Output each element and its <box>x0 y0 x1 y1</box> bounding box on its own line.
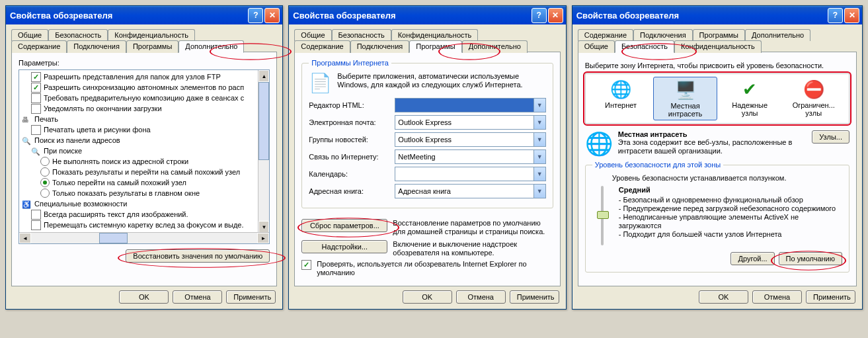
ok-button[interactable]: OK <box>699 290 748 304</box>
checkbox-icon[interactable] <box>31 93 41 103</box>
document-icon: 📄 <box>309 72 332 94</box>
chevron-down-icon[interactable]: ▼ <box>533 133 545 146</box>
tab-security[interactable]: Безопасность <box>615 40 674 53</box>
tab-programs[interactable]: Программы <box>693 29 745 41</box>
restore-defaults-button[interactable]: Восстановить значения по умолчанию <box>126 249 270 263</box>
tab-privacy[interactable]: Конфиденциальность <box>108 29 195 41</box>
zone-detail-desc: Эта зона содержит все веб-узлы, располож… <box>618 138 805 155</box>
chevron-down-icon[interactable]: ▼ <box>533 99 545 112</box>
tab-general[interactable]: Общие <box>578 40 615 53</box>
vertical-scrollbar[interactable]: ▲ ▼ <box>258 70 269 233</box>
contacts-combo[interactable]: Адресная книга▼ <box>395 184 545 198</box>
email-label: Электронная почта: <box>309 118 395 126</box>
search-icon: 🔍 <box>31 146 42 155</box>
addons-button[interactable]: Надстройки... <box>301 240 387 253</box>
tab-advanced[interactable]: Дополнительно <box>462 40 528 53</box>
default-level-button[interactable]: По умолчанию <box>779 252 842 265</box>
checkbox-icon[interactable] <box>31 210 41 220</box>
close-button[interactable]: ✕ <box>548 8 563 23</box>
close-button[interactable]: ✕ <box>264 8 280 23</box>
level-bullet: - Безопасный и одновременно функциональн… <box>619 196 842 204</box>
tab-general[interactable]: Общие <box>294 29 331 41</box>
tab-content[interactable]: Содержание <box>294 40 350 53</box>
titlebar[interactable]: Свойства обозревателя ? ✕ <box>6 6 282 24</box>
tab-advanced[interactable]: Дополнительно <box>745 29 810 41</box>
zone-intranet[interactable]: 🖥️ Местнаяинтрасеть <box>653 77 717 120</box>
tree-item-label: Разрешить синхронизацию автономных элеме… <box>44 82 244 93</box>
security-slider[interactable] <box>592 186 612 245</box>
radio-icon[interactable] <box>40 178 50 187</box>
reset-settings-button[interactable]: Сброс параметров... <box>301 219 387 232</box>
tab-connections[interactable]: Подключения <box>633 29 693 41</box>
help-button[interactable]: ? <box>828 8 843 23</box>
checkbox-icon[interactable] <box>31 220 41 230</box>
tab-general[interactable]: Общие <box>11 29 48 41</box>
radio-icon[interactable] <box>40 157 50 166</box>
apply-button[interactable]: Применить <box>806 290 855 304</box>
tab-connections[interactable]: Подключения <box>350 40 410 53</box>
zone-internet[interactable]: 🌐 Интернет <box>590 77 652 120</box>
chevron-down-icon[interactable]: ▼ <box>533 167 545 181</box>
tree-item-label: Всегда расширять текст для изображений. <box>44 209 188 220</box>
apply-button[interactable]: Применить <box>510 290 559 304</box>
cancel-button[interactable]: Отмена <box>173 290 222 304</box>
close-button[interactable]: ✕ <box>844 8 859 23</box>
tab-content[interactable]: Содержание <box>578 29 633 41</box>
help-button[interactable]: ? <box>248 8 263 23</box>
tab-privacy[interactable]: Конфиденциальность <box>674 40 762 53</box>
scroll-right-icon[interactable]: ► <box>257 233 269 243</box>
scroll-thumb[interactable] <box>99 233 128 243</box>
tab-security[interactable]: Безопасность <box>48 29 108 41</box>
internet-call-combo[interactable]: NetMeeting▼ <box>395 149 545 164</box>
help-button[interactable]: ? <box>532 8 547 23</box>
zone-trusted[interactable]: ✔ Надежныеузлы <box>719 77 781 120</box>
scroll-down-icon[interactable]: ▼ <box>258 221 269 233</box>
custom-level-button[interactable]: Другой... <box>730 252 774 265</box>
apply-button[interactable]: Применить <box>226 290 276 304</box>
tab-privacy[interactable]: Конфиденциальность <box>391 29 479 41</box>
sites-button[interactable]: Узлы... <box>812 130 849 144</box>
titlebar[interactable]: Свойства обозревателя ? ✕ <box>289 6 565 24</box>
tab-connections[interactable]: Подключения <box>67 40 126 53</box>
scroll-left-icon[interactable]: ◄ <box>19 233 31 243</box>
horizontal-scrollbar[interactable]: ◄ ► <box>19 232 269 243</box>
internet-call-label: Связь по Интернету: <box>309 153 395 161</box>
tab-programs[interactable]: Программы <box>409 40 461 53</box>
html-editor-combo[interactable]: ▼ <box>395 98 545 112</box>
checkbox-icon[interactable] <box>31 104 41 114</box>
titlebar[interactable]: Свойства обозревателя ? ✕ <box>572 6 862 24</box>
ok-button[interactable]: OK <box>403 290 452 304</box>
checkbox-icon[interactable]: ✓ <box>31 72 41 82</box>
tree-item-label: Только показать результаты в главном окн… <box>52 188 200 198</box>
newsgroups-combo[interactable]: Outlook Express▼ <box>395 132 545 147</box>
checkbox-icon[interactable]: ✓ <box>31 83 41 93</box>
ok-button[interactable]: OK <box>119 290 169 304</box>
chevron-down-icon[interactable]: ▼ <box>533 150 545 163</box>
scroll-thumb[interactable] <box>258 82 269 160</box>
scroll-up-icon[interactable]: ▲ <box>258 70 269 82</box>
cancel-button[interactable]: Отмена <box>752 290 802 304</box>
group-legend: Программы Интернета <box>309 59 391 67</box>
slider-thumb[interactable] <box>597 211 609 219</box>
calendar-combo[interactable]: ▼ <box>395 167 545 181</box>
tree-item-label: Уведомлять по окончании загрузки <box>44 103 162 114</box>
zone-restricted[interactable]: ⛔ Ограничен...узлы <box>782 77 845 120</box>
tab-security[interactable]: Безопасность <box>332 29 391 41</box>
tab-advanced[interactable]: Дополнительно <box>178 40 244 53</box>
settings-tree[interactable]: ✓Разрешить представления для папок для у… <box>19 69 270 244</box>
radio-icon[interactable] <box>40 167 50 177</box>
tab-programs[interactable]: Программы <box>126 40 178 53</box>
search-icon: 🔍 <box>22 136 32 145</box>
chevron-down-icon[interactable]: ▼ <box>533 116 545 129</box>
level-hint: Уровень безопасности устанавливается пол… <box>612 174 842 182</box>
dialog-programs: Свойства обозревателя ? ✕ Общие Безопасн… <box>288 5 566 310</box>
radio-icon[interactable] <box>40 189 50 198</box>
email-combo[interactable]: Outlook Express▼ <box>395 115 545 130</box>
check-circle-icon: ✔ <box>739 79 760 100</box>
checkbox-icon[interactable]: ✓ <box>301 260 311 270</box>
chevron-down-icon[interactable]: ▼ <box>533 185 545 198</box>
tab-content[interactable]: Содержание <box>11 40 67 53</box>
checkbox-icon[interactable] <box>31 125 41 135</box>
dialog-title: Свойства обозревателя <box>10 11 247 21</box>
cancel-button[interactable]: Отмена <box>456 290 506 304</box>
